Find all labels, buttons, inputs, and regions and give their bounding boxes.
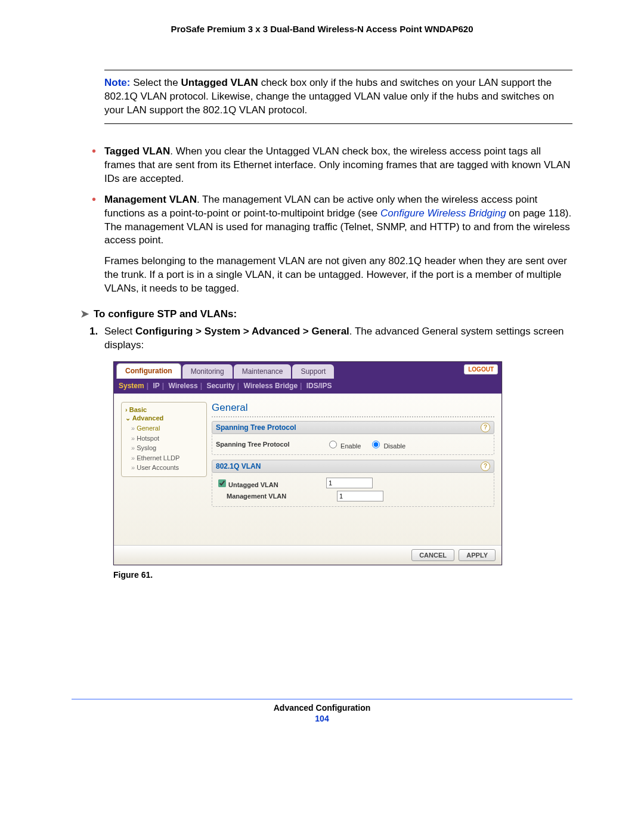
mgmt-vlan-input[interactable]: [337, 491, 383, 501]
sidebar-advanced[interactable]: Advanced: [125, 414, 203, 422]
note-text-pre: Select the: [130, 77, 181, 88]
panel-stp: Spanning Tree Protocol ? Spanning Tree P…: [212, 421, 494, 455]
page-header-title: ProSafe Premium 3 x 3 Dual-Band Wireless…: [72, 24, 572, 34]
mgmt-vlan-label: Management VLAN: [216, 493, 337, 500]
task-heading: To configure STP and VLANs:: [80, 308, 572, 320]
untagged-vlan-input[interactable]: [326, 478, 373, 488]
apply-button[interactable]: APPLY: [459, 549, 496, 561]
help-icon[interactable]: ?: [481, 423, 490, 432]
bullet-body-0: . When you clear the Untagged VLAN check…: [104, 145, 570, 184]
bullet-management-vlan: Management VLAN. The management VLAN can…: [89, 193, 572, 248]
page-footer: Advanced Configuration 104: [72, 699, 572, 723]
subnav-ip[interactable]: IP: [153, 382, 159, 390]
sidebar-sub-hotspot[interactable]: Hotspot: [131, 433, 203, 444]
section-title: General: [212, 402, 494, 417]
footer-section: Advanced Configuration: [274, 703, 371, 713]
stp-enable-radio[interactable]: [329, 441, 337, 448]
tab-maintenance[interactable]: Maintenance: [234, 364, 292, 379]
ui-footer: CANCEL APPLY: [114, 545, 501, 565]
bullet-head-0: Tagged VLAN: [104, 145, 170, 157]
top-tab-bar: Configuration Monitoring Maintenance Sup…: [114, 362, 501, 379]
step-1: 1. Select Configuring > System > Advance…: [89, 325, 572, 352]
link-configure-bridging[interactable]: Configure Wireless Bridging: [380, 208, 506, 219]
tab-support[interactable]: Support: [292, 364, 334, 379]
help-icon[interactable]: ?: [481, 462, 490, 471]
panel-stp-header: Spanning Tree Protocol ?: [212, 421, 494, 434]
step-bold: Configuring > System > Advanced > Genera…: [135, 326, 349, 337]
note-bold: Untagged VLAN: [181, 77, 258, 88]
sidebar-basic[interactable]: Basic: [125, 406, 203, 413]
bullet-tagged-vlan: Tagged VLAN. When you clear the Untagged…: [89, 145, 572, 186]
subnav-ids-ips[interactable]: IDS/IPS: [306, 382, 332, 390]
untagged-vlan-label: Untagged VLAN: [228, 481, 278, 488]
sidebar-sub-ethernet-lldp[interactable]: Ethernet LLDP: [131, 453, 203, 463]
stp-enable-label: Enable: [340, 442, 361, 450]
sub-nav: System| IP| Wireless| Security| Wireless…: [114, 379, 501, 394]
sidebar-sub-user-accounts[interactable]: User Accounts: [131, 463, 203, 473]
sidebar-sub-general[interactable]: General: [131, 423, 203, 433]
sidebar-sub-syslog[interactable]: Syslog: [131, 443, 203, 453]
panel-stp-title: Spanning Tree Protocol: [216, 423, 296, 432]
stp-disable-label: Disable: [383, 442, 405, 450]
sidebar: Basic Advanced General Hotspot Syslog Et…: [121, 402, 207, 477]
step-pre: Select: [104, 326, 135, 337]
stp-disable-option[interactable]: Disable: [369, 439, 405, 450]
note-box: Note: Select the Untagged VLAN check box…: [104, 70, 572, 124]
subnav-system[interactable]: System: [119, 382, 144, 390]
subnav-security[interactable]: Security: [206, 382, 234, 390]
tab-configuration[interactable]: Configuration: [116, 363, 181, 379]
cancel-button[interactable]: CANCEL: [411, 549, 454, 561]
stp-row-label: Spanning Tree Protocol: [216, 441, 326, 448]
panel-8021q: 802.1Q VLAN ? Untagged VLAN Management V…: [212, 460, 494, 507]
stp-disable-radio[interactable]: [372, 441, 380, 448]
untagged-vlan-checkbox[interactable]: [218, 479, 226, 487]
stp-enable-option[interactable]: Enable: [326, 439, 361, 450]
tab-monitoring[interactable]: Monitoring: [182, 364, 233, 379]
config-ui-screenshot: Configuration Monitoring Maintenance Sup…: [113, 361, 502, 565]
bullet-head-1: Management VLAN: [104, 194, 197, 205]
step-number: 1.: [89, 325, 98, 339]
panel-8021q-title: 802.1Q VLAN: [216, 462, 261, 470]
indent-paragraph: Frames belonging to the management VLAN …: [104, 255, 572, 296]
footer-page-number: 104: [72, 714, 572, 723]
logout-button[interactable]: LOGOUT: [464, 364, 498, 374]
panel-8021q-header: 802.1Q VLAN ?: [212, 460, 494, 473]
subnav-wireless-bridge[interactable]: Wireless Bridge: [243, 382, 298, 390]
figure-caption: Figure 61.: [113, 570, 572, 580]
subnav-wireless[interactable]: Wireless: [168, 382, 197, 390]
note-label: Note:: [104, 77, 130, 88]
